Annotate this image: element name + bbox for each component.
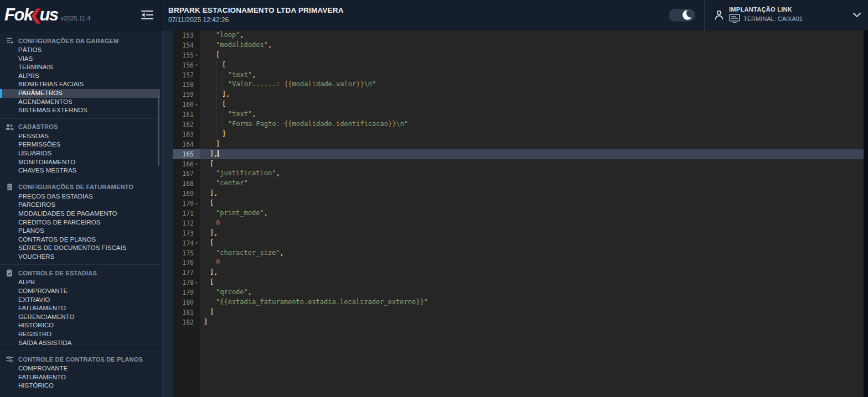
gutter-line-175[interactable]: 175 [173, 248, 200, 258]
gutter-line-179[interactable]: 179 [173, 288, 200, 297]
code-line-170[interactable]: [ [200, 198, 864, 208]
sidebar-item-planos[interactable]: PLANOS [0, 227, 160, 236]
gutter-line-153[interactable]: 153 [173, 30, 200, 40]
fold-arrow-icon[interactable]: ▾ [194, 201, 199, 206]
code-line-155[interactable]: [ [200, 50, 864, 60]
sidebar-item-parametros[interactable]: PARÂMETROS [0, 89, 160, 98]
gutter-line-155[interactable]: 155▾ [173, 50, 200, 60]
fold-arrow-icon[interactable]: ▾ [194, 161, 199, 166]
sidebar-item-alprs[interactable]: ALPRS [0, 72, 160, 81]
code-line-154[interactable]: "modalidades", [200, 40, 864, 50]
sidebar-item-monitoramento[interactable]: MONITORAMENTO [0, 158, 160, 167]
gutter-line-159[interactable]: 159 [173, 90, 200, 100]
sidebar-item-usuarios[interactable]: USUÁRIOS [0, 149, 160, 158]
gutter-line-174[interactable]: 174▾ [173, 238, 200, 248]
gutter-line-178[interactable]: 178▾ [173, 278, 200, 288]
gutter-line-156[interactable]: 156▾ [173, 60, 200, 70]
gutter-line-162[interactable]: 162 [173, 119, 200, 129]
gutter-line-158[interactable]: 158 [173, 80, 200, 90]
sidebar-item-chaves-mestras[interactable]: CHAVES MESTRAS [0, 166, 160, 175]
sidebar-item-terminais[interactable]: TERMINAIS [0, 63, 160, 72]
code-line-182[interactable]: ] [200, 317, 864, 327]
sidebar-item-registro[interactable]: REGISTRO [0, 330, 160, 339]
sidebar-item-faturamento[interactable]: FATURAMENTO [0, 373, 160, 382]
code-line-166[interactable]: [ [200, 159, 864, 169]
code-line-161[interactable]: "text", [200, 109, 864, 119]
gutter-line-180[interactable]: 180 [173, 297, 200, 307]
gutter-line-165[interactable]: 165 [173, 149, 200, 159]
collapse-menu-icon[interactable] [141, 10, 153, 20]
gutter-line-170[interactable]: 170▾ [173, 198, 200, 208]
fold-arrow-icon[interactable]: ▾ [194, 280, 199, 285]
gutter-line-182[interactable]: 182 [173, 317, 200, 327]
code-line-157[interactable]: "text", [200, 70, 864, 80]
sidebar-item-agendamentos[interactable]: AGENDAMENTOS [0, 98, 160, 107]
sidebar-item-faturamento[interactable]: FATURAMENTO [0, 304, 160, 313]
gutter-line-177[interactable]: 177 [173, 268, 200, 278]
editor-content[interactable]: "loop","modalidades",[["text","Valor....… [200, 30, 864, 397]
code-line-174[interactable]: [ [200, 238, 864, 248]
code-line-158[interactable]: "Valor......: {{modalidade.valor}}\n" [200, 80, 864, 90]
fold-arrow-icon[interactable]: ▾ [194, 53, 199, 58]
sidebar-item-vouchers[interactable]: VOUCHERS [0, 253, 160, 262]
code-line-167[interactable]: "justification", [200, 169, 864, 179]
sidebar-item-precos-das-estadias[interactable]: PREÇOS DAS ESTADIAS [0, 192, 160, 201]
sidebar-scrollbar[interactable] [158, 94, 159, 166]
code-line-172[interactable]: 0 [200, 218, 864, 228]
code-line-159[interactable]: ], [200, 90, 864, 100]
code-line-179[interactable]: "qrcode", [200, 288, 864, 297]
fold-arrow-icon[interactable]: ▾ [194, 102, 199, 107]
code-line-156[interactable]: [ [200, 60, 864, 70]
gutter-line-164[interactable]: 164 [173, 139, 200, 149]
sidebar-item-gerenciamento[interactable]: GERENCIAMENTO [0, 313, 160, 322]
code-line-162[interactable]: "Forma Pagto: {{modalidade.identificacao… [200, 119, 864, 129]
sidebar-item-modalidades-de-pagamento[interactable]: MODALIDADES DE PAGAMENTO [0, 210, 160, 218]
sidebar-item-vias[interactable]: VIAS [0, 55, 160, 64]
sidebar-item-pessoas[interactable]: PESSOAS [0, 132, 160, 141]
code-line-173[interactable]: ], [200, 228, 864, 238]
gutter-line-168[interactable]: 168 [173, 179, 200, 189]
sidebar-item-extravio[interactable]: EXTRAVIO [0, 296, 160, 305]
sidebar-item-historico[interactable]: HISTÓRICO [0, 382, 160, 390]
sidebar-item-creditos-de-parceiros[interactable]: CRÉDITOS DE PARCEIROS [0, 218, 160, 227]
gutter-line-157[interactable]: 157 [173, 70, 200, 80]
code-line-160[interactable]: [ [200, 100, 864, 109]
dark-mode-toggle[interactable] [669, 9, 695, 22]
gutter-line-163[interactable]: 163 [173, 129, 200, 139]
chevron-down-icon[interactable] [852, 12, 861, 18]
sidebar-item-parceiros[interactable]: PARCEIROS [0, 201, 160, 210]
code-line-176[interactable]: 0 [200, 258, 864, 268]
code-line-165[interactable]: ], [200, 149, 864, 159]
sidebar-item-saida-assistida[interactable]: SAÍDA ASSISTIDA [0, 339, 160, 348]
code-line-171[interactable]: "print_mode", [200, 208, 864, 218]
code-line-180[interactable]: "{{estadia_faturamento.estadia.localizad… [200, 297, 864, 307]
gutter-line-173[interactable]: 173 [173, 228, 200, 238]
sidebar-item-permissoes[interactable]: PERMISSÕES [0, 140, 160, 149]
sidebar-item-series-de-documentos-fiscais[interactable]: SÉRIES DE DOCUMENTOS FISCAIS [0, 244, 160, 253]
gutter-line-176[interactable]: 176 [173, 258, 200, 268]
fold-arrow-icon[interactable]: ▾ [194, 62, 199, 67]
editor-scrollbar-track[interactable] [864, 30, 868, 397]
sidebar-item-contratos-de-planos[interactable]: CONTRATOS DE PLANOS [0, 236, 160, 244]
gutter-line-166[interactable]: 166▾ [173, 159, 200, 169]
gutter-line-167[interactable]: 167 [173, 169, 200, 179]
gutter-line-171[interactable]: 171 [173, 208, 200, 218]
code-line-178[interactable]: [ [200, 278, 864, 288]
sidebar-item-comprovante[interactable]: COMPROVANTE [0, 364, 160, 373]
sidebar-item-sistemas-externos[interactable]: SISTEMAS EXTERNOS [0, 106, 160, 115]
sidebar-item-patios[interactable]: PÁTIOS [0, 46, 160, 55]
code-line-164[interactable]: ] [200, 139, 864, 149]
code-line-169[interactable]: ], [200, 189, 864, 198]
gutter-line-154[interactable]: 154 [173, 40, 200, 50]
sidebar-item-alpr[interactable]: ALPR [0, 278, 160, 287]
fold-arrow-icon[interactable]: ▾ [194, 241, 199, 245]
code-line-163[interactable]: ] [200, 129, 864, 139]
code-line-153[interactable]: "loop", [200, 30, 864, 40]
gutter-line-172[interactable]: 172 [173, 218, 200, 228]
code-line-168[interactable]: "center" [200, 179, 864, 189]
sidebar-item-historico[interactable]: HISTÓRICO [0, 321, 160, 330]
gutter-line-161[interactable]: 161 [173, 109, 200, 119]
editor-gutter[interactable]: 153154155▾156▾157158159160▾1611621631641… [173, 30, 200, 397]
code-line-175[interactable]: "character_size", [200, 248, 864, 258]
code-line-177[interactable]: ], [200, 268, 864, 278]
